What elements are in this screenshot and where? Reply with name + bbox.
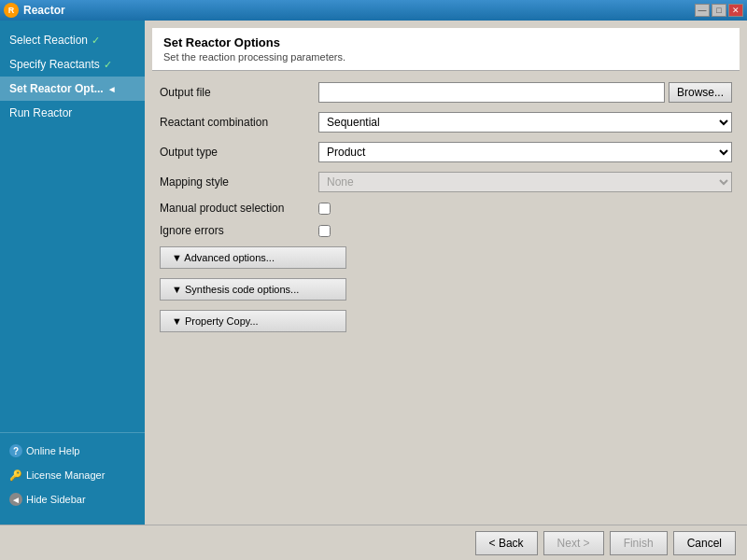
- sidebar-item-set-reactor-opt[interactable]: Set Reactor Opt... ◄: [0, 77, 145, 101]
- key-icon: 🔑: [9, 469, 22, 482]
- reactant-combination-row: Reactant combination Sequential Random E…: [160, 112, 732, 133]
- sidebar-item-label: Specify Reactants: [9, 58, 100, 71]
- maximize-button[interactable]: □: [712, 4, 726, 17]
- output-type-control: Product Reactant All: [318, 142, 732, 162]
- manual-product-selection-control: [318, 203, 732, 215]
- online-help-label: Online Help: [26, 445, 79, 456]
- title-bar-left: R Reactor: [4, 3, 65, 18]
- content-title: Set Reactor Options: [163, 35, 728, 49]
- content-header: Set Reactor Options Set the reaction pro…: [152, 28, 740, 71]
- synthesis-code-options-row: ▼ Synthesis code options...: [160, 278, 732, 301]
- sidebar-hide-sidebar[interactable]: ◄ Hide Sidebar: [0, 487, 145, 511]
- help-icon: ?: [9, 444, 22, 457]
- sidebar-item-run-reactor[interactable]: Run Reactor: [0, 101, 145, 125]
- license-manager-label: License Manager: [26, 469, 105, 481]
- sidebar-checkmark: ✓: [92, 35, 100, 47]
- mapping-style-control: None: [318, 172, 732, 192]
- sidebar-item-label: Set Reactor Opt...: [9, 82, 104, 95]
- output-file-input[interactable]: [318, 82, 665, 103]
- sidebar-item-label: Select Reaction: [9, 34, 88, 47]
- bottom-bar: < Back Next > Finish Cancel: [0, 525, 747, 560]
- ignore-errors-row: Ignore errors: [160, 224, 732, 237]
- browse-button[interactable]: Browse...: [669, 82, 732, 103]
- mapping-style-label: Mapping style: [160, 175, 318, 189]
- ignore-errors-label: Ignore errors: [160, 224, 318, 237]
- reactant-combination-control: Sequential Random Exhaustive: [318, 112, 732, 133]
- sidebar-checkmark: ✓: [104, 59, 112, 71]
- main-layout: Select Reaction ✓ Specify Reactants ✓ Se…: [0, 21, 747, 525]
- form-area: Output file Browse... Reactant combinati…: [145, 71, 747, 525]
- app-icon-letter: R: [8, 6, 15, 15]
- content-area: Set Reactor Options Set the reaction pro…: [145, 21, 747, 525]
- hide-sidebar-label: Hide Sidebar: [26, 494, 86, 505]
- next-button[interactable]: Next >: [543, 531, 604, 555]
- ignore-errors-checkbox[interactable]: [318, 225, 331, 237]
- reactant-combination-select[interactable]: Sequential Random Exhaustive: [318, 112, 732, 133]
- app-icon: R: [4, 3, 19, 18]
- cancel-button[interactable]: Cancel: [673, 531, 736, 555]
- output-file-row: Output file Browse...: [160, 82, 732, 103]
- sidebar-arrow: ◄: [107, 84, 117, 94]
- manual-product-selection-label: Manual product selection: [160, 202, 318, 215]
- sidebar-bottom: ? Online Help 🔑 License Manager ◄ Hide S…: [0, 432, 145, 517]
- hide-sidebar-icon: ◄: [9, 493, 22, 506]
- sidebar-online-help[interactable]: ? Online Help: [0, 439, 145, 463]
- property-copy-row: ▼ Property Copy...: [160, 310, 732, 332]
- title-bar: R Reactor — □ ✕: [0, 0, 747, 21]
- ignore-errors-control: [318, 225, 732, 237]
- output-type-select[interactable]: Product Reactant All: [318, 142, 732, 162]
- window-title: Reactor: [23, 4, 65, 17]
- output-type-label: Output type: [160, 146, 318, 159]
- sidebar-item-specify-reactants[interactable]: Specify Reactants ✓: [0, 52, 145, 77]
- finish-button[interactable]: Finish: [610, 531, 668, 555]
- back-button[interactable]: < Back: [475, 531, 538, 555]
- title-buttons: — □ ✕: [695, 4, 743, 17]
- synthesis-code-options-button[interactable]: ▼ Synthesis code options...: [160, 278, 346, 301]
- manual-product-selection-row: Manual product selection: [160, 202, 732, 215]
- sidebar-license-manager[interactable]: 🔑 License Manager: [0, 463, 145, 487]
- output-type-row: Output type Product Reactant All: [160, 142, 732, 162]
- minimize-button[interactable]: —: [695, 4, 710, 17]
- manual-product-selection-checkbox[interactable]: [318, 203, 331, 215]
- advanced-options-button[interactable]: ▼ Advanced options...: [160, 246, 346, 269]
- output-file-label: Output file: [160, 86, 318, 99]
- sidebar: Select Reaction ✓ Specify Reactants ✓ Se…: [0, 21, 145, 525]
- reactant-combination-label: Reactant combination: [160, 116, 318, 129]
- advanced-options-row: ▼ Advanced options...: [160, 246, 732, 269]
- mapping-style-select[interactable]: None: [318, 172, 732, 192]
- sidebar-item-select-reaction[interactable]: Select Reaction ✓: [0, 28, 145, 52]
- property-copy-button[interactable]: ▼ Property Copy...: [160, 310, 346, 332]
- mapping-style-row: Mapping style None: [160, 172, 732, 192]
- sidebar-item-label: Run Reactor: [9, 106, 72, 119]
- close-button[interactable]: ✕: [728, 4, 743, 17]
- output-file-control: Browse...: [318, 82, 732, 103]
- content-subtitle: Set the reaction processing parameters.: [163, 51, 728, 63]
